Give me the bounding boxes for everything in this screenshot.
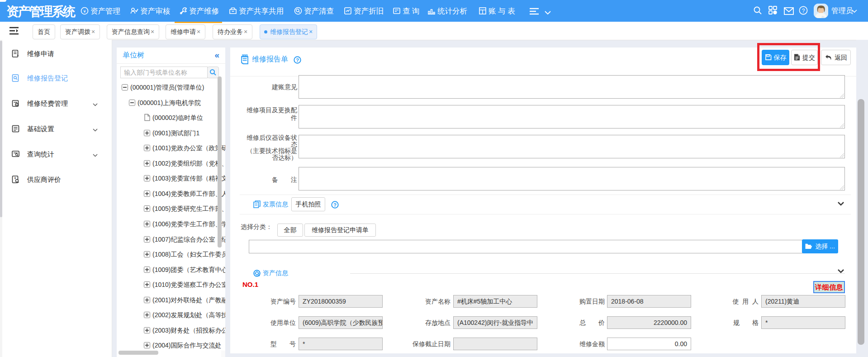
svg-text:¥: ¥: [16, 103, 18, 106]
svg-text:?: ?: [296, 57, 299, 63]
svg-text:¥: ¥: [14, 176, 16, 180]
svg-text:¥: ¥: [83, 9, 86, 14]
svg-text:?: ?: [802, 8, 805, 14]
svg-text:?: ?: [333, 202, 337, 208]
